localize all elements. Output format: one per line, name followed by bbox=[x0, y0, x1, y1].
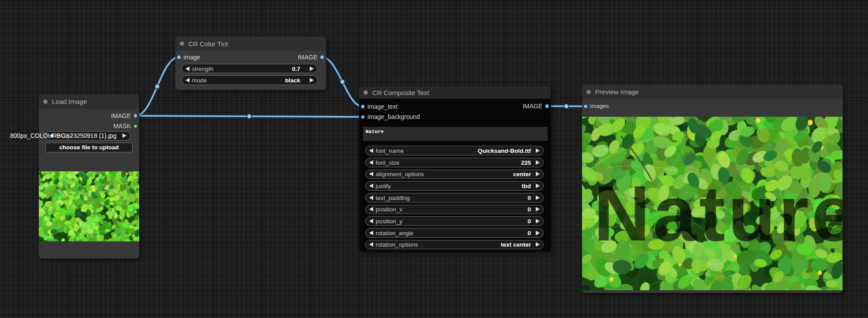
svg-text:Nature: Nature bbox=[594, 170, 842, 257]
